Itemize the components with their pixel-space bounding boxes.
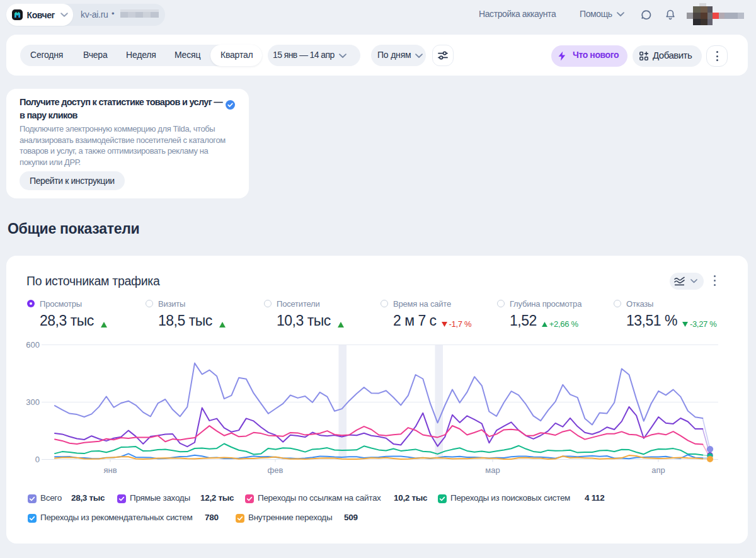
svg-text:0: 0 (35, 455, 40, 464)
svg-text:янв: янв (103, 465, 117, 475)
svg-text:600: 600 (26, 340, 40, 350)
svg-text:фев: фев (268, 465, 284, 475)
svg-text:300: 300 (26, 397, 40, 407)
svg-text:апр: апр (651, 465, 665, 475)
svg-text:мар: мар (485, 465, 500, 475)
